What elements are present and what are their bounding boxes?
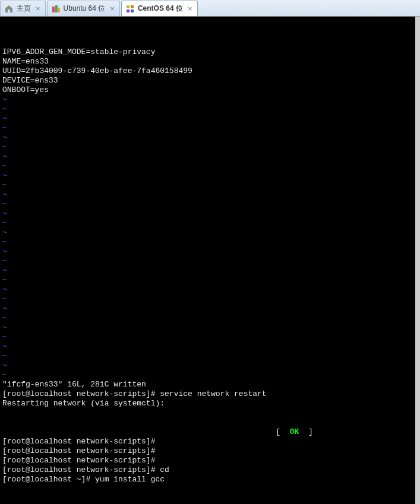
close-icon[interactable]: ×	[188, 4, 192, 13]
close-icon[interactable]: ×	[36, 4, 40, 13]
svg-rect-0	[52, 7, 55, 12]
ubuntu-icon	[51, 4, 61, 14]
svg-rect-3	[127, 5, 130, 8]
tab-centos[interactable]: CentOS 64 位 ×	[121, 1, 198, 16]
tab-label: Ubuntu 64 位	[64, 4, 106, 14]
home-icon	[4, 4, 14, 14]
svg-rect-5	[127, 9, 130, 12]
centos-icon	[125, 4, 135, 14]
tab-label: 主页	[17, 4, 31, 14]
terminal[interactable]: IPV6_ADDR_GEN_MODE=stable-privacy NAME=e…	[0, 17, 420, 504]
svg-rect-2	[58, 8, 60, 12]
tab-home[interactable]: 主页 ×	[0, 1, 46, 16]
svg-rect-6	[131, 9, 134, 12]
tab-ubuntu[interactable]: Ubuntu 64 位 ×	[47, 1, 120, 16]
svg-rect-4	[131, 5, 134, 8]
tab-bar: 主页 × Ubuntu 64 位 × CentOS 64 位 ×	[0, 0, 420, 17]
tab-label: CentOS 64 位	[138, 4, 183, 14]
close-icon[interactable]: ×	[110, 4, 115, 13]
svg-rect-1	[55, 5, 58, 12]
